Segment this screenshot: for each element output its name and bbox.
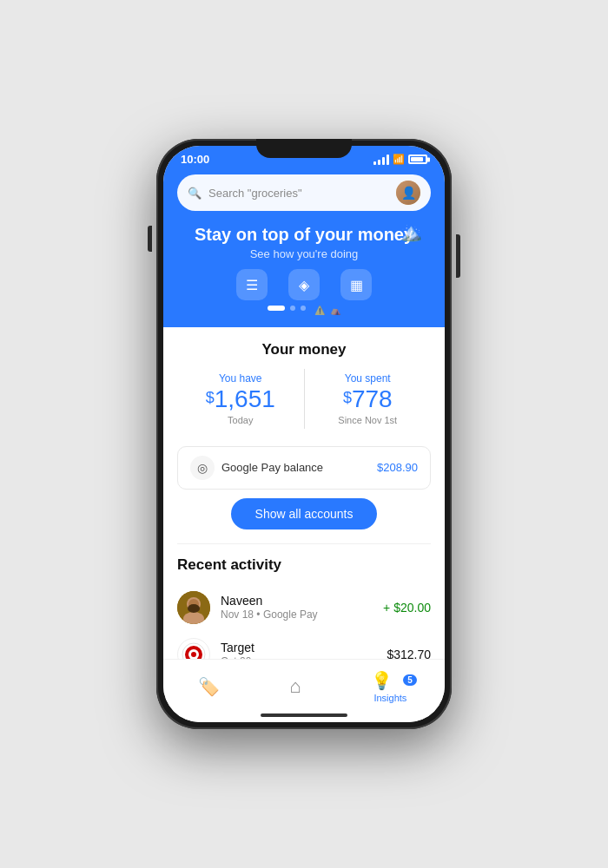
status-icons: 📶 <box>373 154 427 165</box>
signal-icon <box>373 155 389 165</box>
naveen-amount: + $20.00 <box>383 601 431 615</box>
dot-1 <box>268 306 285 311</box>
naveen-detail: Nov 18 • Google Pay <box>221 608 373 621</box>
phone-frame: 10:00 📶 🔍 Search "groceries" <box>156 139 452 729</box>
hero-title: Stay on top of your money <box>177 225 431 245</box>
phone-notch <box>256 139 352 158</box>
your-money-title: Your money <box>177 341 431 358</box>
recent-activity-title: Recent activity <box>177 556 431 574</box>
naveen-face-svg <box>177 591 210 624</box>
wifi-icon: 📶 <box>393 154 405 165</box>
icons-row: ☰ ◈ ▦ <box>177 260 431 306</box>
naveen-info: Naveen Nov 18 • Google Pay <box>221 594 373 621</box>
chart-icon-item[interactable]: ▦ <box>340 269 372 300</box>
battery-icon <box>408 155 427 164</box>
home-icon: ⌂ <box>289 675 301 698</box>
your-money-section: Your money You have $1,651 Today You spe… <box>163 341 445 439</box>
you-have-amount: $1,651 <box>177 386 304 413</box>
dot-2 <box>290 306 295 311</box>
insights-icon-wrap: 💡 5 <box>371 670 410 691</box>
chart-icon: ▦ <box>340 269 372 300</box>
naveen-name: Naveen <box>221 594 373 608</box>
money-stats: You have $1,651 Today You spent $778 Sin… <box>177 369 431 429</box>
you-spent-dollar: $ <box>343 390 352 407</box>
recent-activity-section: Recent activity <box>163 544 445 659</box>
deals-nav-item[interactable]: 🏷️ <box>181 673 237 700</box>
status-time: 10:00 <box>181 153 209 166</box>
avatar[interactable]: 👤 <box>396 181 420 205</box>
bottom-nav: 🏷️ ⌂ 💡 5 Insights <box>163 659 445 710</box>
home-bar <box>261 713 347 717</box>
search-icon: 🔍 <box>188 187 202 200</box>
carousel-dots: ⚠️ ⛺ <box>177 306 431 320</box>
you-have-stat: You have $1,651 Today <box>177 369 305 429</box>
hero-illustration: 🏔️ <box>400 221 422 242</box>
you-spent-amount: $778 <box>305 386 432 413</box>
dot-3 <box>301 306 306 311</box>
balance-name: Google Pay balance <box>221 461 323 474</box>
balance-amount: $208.90 <box>377 461 418 474</box>
show-accounts-button[interactable]: Show all accounts <box>231 498 378 529</box>
you-have-dollar: $ <box>206 390 215 407</box>
target-info: Target Oct 29 <box>221 641 376 659</box>
you-have-label: You have <box>177 372 304 385</box>
hero-subtitle: See how you're doing <box>177 247 431 260</box>
budget-icon-item[interactable]: ◈ <box>288 269 320 300</box>
gpay-icon: ◎ <box>190 456 215 480</box>
target-logo-svg <box>182 642 206 659</box>
activity-item-naveen[interactable]: Naveen Nov 18 • Google Pay + $20.00 <box>177 584 431 631</box>
you-have-sublabel: Today <box>177 415 304 425</box>
insights-badge: 5 <box>403 674 417 686</box>
naveen-face-icon <box>177 591 210 624</box>
content-area: Your money You have $1,651 Today You spe… <box>163 327 445 659</box>
home-nav-item[interactable]: ⌂ <box>272 672 318 701</box>
target-avatar <box>177 638 210 659</box>
home-indicator <box>163 710 445 722</box>
budget-icon: ◈ <box>288 269 320 300</box>
balance-left: ◎ Google Pay balance <box>190 456 323 480</box>
you-spent-sublabel: Since Nov 1st <box>305 415 432 425</box>
insights-label: Insights <box>373 693 406 703</box>
search-placeholder: Search "groceries" <box>208 187 389 200</box>
deals-icon: 🏷️ <box>198 676 220 697</box>
you-spent-stat: You spent $778 Since Nov 1st <box>305 369 432 429</box>
balance-row[interactable]: ◎ Google Pay balance $208.90 <box>177 446 431 490</box>
insights-nav-item[interactable]: 💡 5 Insights <box>354 667 427 707</box>
you-spent-label: You spent <box>305 372 432 385</box>
insights-icon: 💡 <box>371 671 393 690</box>
target-amount: $312.70 <box>387 648 431 659</box>
header-area: 🔍 Search "groceries" 👤 🏔️ Stay on top of… <box>163 169 445 327</box>
svg-point-4 <box>188 604 200 613</box>
transactions-icon: ☰ <box>236 269 268 300</box>
svg-point-8 <box>191 652 196 657</box>
user-avatar: 👤 <box>396 181 420 205</box>
naveen-avatar <box>177 591 210 624</box>
phone-screen: 10:00 📶 🔍 Search "groceries" <box>163 146 445 722</box>
transactions-icon-item[interactable]: ☰ <box>236 269 268 300</box>
target-name: Target <box>221 641 376 654</box>
hero-section: 🏔️ Stay on top of your money See how you… <box>177 221 431 327</box>
search-bar[interactable]: 🔍 Search "groceries" 👤 <box>177 174 431 211</box>
activity-item-target[interactable]: Target Oct 29 $312.70 <box>177 631 431 659</box>
